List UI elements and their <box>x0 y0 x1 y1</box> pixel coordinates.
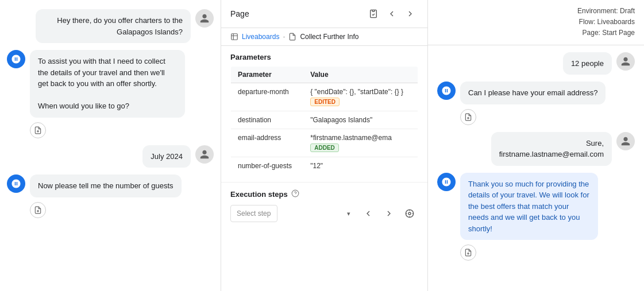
value-cell: "Galapagos Islands" <box>303 111 418 129</box>
table-row: number-of-guests"12" <box>231 157 418 175</box>
file-icon-row-2 <box>7 202 214 218</box>
param-cell: destination <box>231 111 304 129</box>
step-select-wrapper: Select step <box>230 205 356 222</box>
svg-point-6 <box>408 212 411 215</box>
prev-button[interactable] <box>384 6 400 22</box>
breadcrumb-separator: - <box>283 33 285 41</box>
bot-bubble-2: Now please tell me the number of guests <box>30 174 182 197</box>
breadcrumb: Liveaboards - Collect Further Info <box>221 28 427 46</box>
chat-row-bot-1: To assist you with that I need to collec… <box>7 50 214 118</box>
value-cell: { "endDate": {}, "startDate": {} }EDITED <box>303 83 418 111</box>
exec-prev-button[interactable] <box>360 205 377 222</box>
breadcrumb-current: Collect Further Info <box>300 33 358 41</box>
bot-bubble-1: To assist you with that I need to collec… <box>30 50 185 118</box>
page-header: Page <box>221 0 427 28</box>
user-avatar-1 <box>195 9 214 28</box>
svg-point-1 <box>37 210 38 211</box>
right-bubble-4: Thank you so much for providing the deta… <box>460 173 598 240</box>
middle-panel: Page Liveaboards - Collect Further Info … <box>221 0 428 291</box>
file-badge-1 <box>30 122 46 138</box>
right-panel: Environment: Draft Flow: Liveaboards Pag… <box>428 0 644 291</box>
right-msg-2: Can I please have your email address? <box>437 82 635 104</box>
file-icon-row-1 <box>7 122 214 138</box>
env-line3: Page: Start Page <box>437 28 635 38</box>
help-icon <box>291 189 299 199</box>
step-select[interactable]: Select step <box>230 205 277 222</box>
params-section: Parameters Parameter Value departure-mon… <box>221 46 427 182</box>
chat-row-bot-2: Now please tell me the number of guests <box>7 174 214 197</box>
exec-section: Execution steps Select step <box>221 182 427 229</box>
bot-avatar-2 <box>7 174 25 193</box>
right-bubble-3: Sure,firstname.lastname@email.com <box>491 132 612 166</box>
right-bot-avatar-2 <box>437 82 456 100</box>
status-badge: ADDED <box>310 143 339 152</box>
page-title: Page <box>230 9 361 18</box>
next-button[interactable] <box>402 6 418 22</box>
right-msg-3: Sure,firstname.lastname@email.com <box>437 132 635 166</box>
user-bubble-2: July 2024 <box>142 145 191 168</box>
svg-point-11 <box>468 117 469 118</box>
right-msg-4: Thank you so much for providing the deta… <box>437 173 635 240</box>
right-file-badge-2 <box>460 245 476 261</box>
exec-controls: Select step <box>230 205 418 222</box>
env-line1: Environment: Draft <box>437 6 635 17</box>
param-cell: departure-month <box>231 83 304 111</box>
env-header: Environment: Draft Flow: Liveaboards Pag… <box>428 0 644 45</box>
breadcrumb-parent[interactable]: Liveaboards <box>242 33 279 41</box>
chat-row-user-1: Hey there, do you offer charters to the … <box>7 9 214 43</box>
params-table: Parameter Value departure-month{ "endDat… <box>230 66 418 175</box>
right-msg-1: 12 people <box>437 52 635 75</box>
right-file-1 <box>437 109 635 125</box>
env-line2: Flow: Liveaboards <box>437 17 635 28</box>
exec-next-button[interactable] <box>380 205 398 222</box>
clipboard-button[interactable] <box>365 6 381 22</box>
col-value: Value <box>303 67 418 83</box>
right-bubble-2: Can I please have your email address? <box>460 82 606 104</box>
table-row: email-address*firstname.lastname@emaADDE… <box>231 129 418 157</box>
table-row: destination"Galapagos Islands" <box>231 111 418 129</box>
right-bubble-1: 12 people <box>563 52 612 75</box>
right-bot-avatar-4 <box>437 173 456 191</box>
right-file-badge-1 <box>460 109 476 125</box>
table-row: departure-month{ "endDate": {}, "startDa… <box>231 83 418 111</box>
user-bubble-1: Hey there, do you offer charters to the … <box>36 9 191 43</box>
exec-target-button[interactable] <box>401 205 418 222</box>
params-title: Parameters <box>230 53 418 61</box>
nav-icons <box>365 6 418 22</box>
file-badge-2 <box>30 202 46 218</box>
svg-rect-2 <box>372 10 375 11</box>
right-user-avatar-3 <box>616 132 635 150</box>
user-avatar-2 <box>195 145 214 164</box>
flow-icon <box>230 33 238 41</box>
exec-title: Execution steps <box>230 189 418 199</box>
right-file-2 <box>437 245 635 261</box>
right-user-avatar-1 <box>616 52 635 71</box>
chat-row-user-2: July 2024 <box>7 145 214 168</box>
col-parameter: Parameter <box>231 67 304 83</box>
bot-avatar-1 <box>7 50 25 68</box>
value-cell: "12" <box>303 157 418 175</box>
status-badge: EDITED <box>310 98 340 106</box>
value-cell: *firstname.lastname@emaADDED <box>303 129 418 157</box>
right-chat: 12 people Can I please have your email a… <box>428 45 644 291</box>
svg-point-0 <box>37 130 38 131</box>
doc-icon <box>288 33 296 41</box>
left-chat-panel: Hey there, do you offer charters to the … <box>0 0 221 291</box>
param-cell: email-address <box>231 129 304 157</box>
svg-point-12 <box>468 253 469 254</box>
param-cell: number-of-guests <box>231 157 304 175</box>
